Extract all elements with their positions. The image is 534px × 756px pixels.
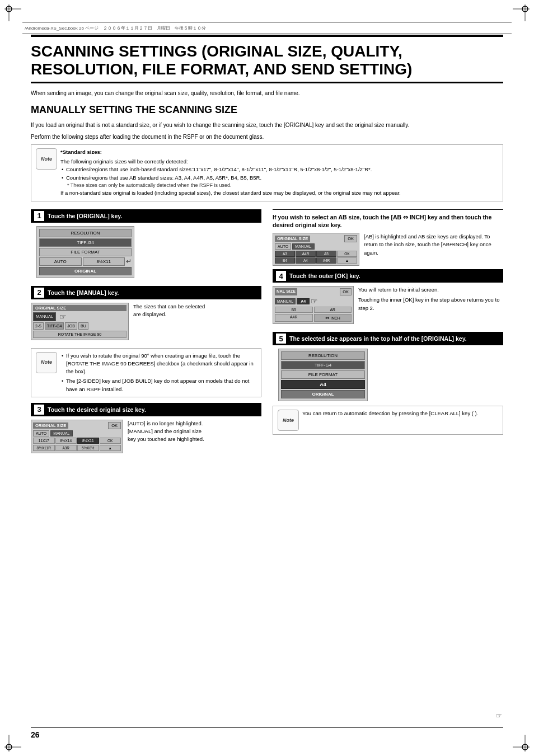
step3-size-arrow: ▲: [100, 445, 121, 451]
note5-box: Note You can return to automatic detecti…: [273, 406, 503, 435]
step3-size-grid2: 8½X11R A3R 5½X8½ ▲: [33, 445, 121, 451]
step2-job: JOB: [65, 322, 77, 330]
corner-mark-tl: [4, 4, 21, 21]
step4-manual: MANUAL: [275, 298, 296, 304]
ab-inch-arrow: ⇔: [325, 315, 330, 321]
step1-tiff: TIFF-G4: [39, 238, 132, 247]
note-bullet-2: Countries/regions that use AB standard s…: [60, 174, 498, 182]
note-icon: Note: [36, 148, 57, 170]
step3-auto: AUTO: [33, 430, 49, 436]
step5-label: The selected size appears in the top hal…: [289, 335, 467, 342]
step2-title-row: ORIGINAL SIZE: [33, 305, 127, 311]
step5-original: ORIGINAL: [281, 390, 365, 398]
step3-desc: [AUTO] is no longer highlighted. [MANUAL…: [128, 420, 206, 444]
step1-original: ORIGINAL: [39, 267, 132, 275]
ab-a4: A4: [296, 257, 316, 264]
step5-header: 5 The selected size appears in the top h…: [273, 332, 503, 345]
two-col-layout: 1 Touch the [ORIGINAL] key. RESOLUTION T…: [31, 209, 503, 461]
step2-tiff-g4: TIFF-G4: [45, 322, 64, 330]
step2-rotate: ROTATE THE IMAGE 90: [33, 331, 127, 338]
step2-label: Touch the [MANUAL] key.: [48, 289, 119, 296]
step1-resolution: RESOLUTION: [39, 229, 132, 237]
step3-auto-manual-row: AUTO MANUAL: [33, 430, 121, 436]
ab-a3: A3: [275, 251, 295, 257]
ab-manual: MANUAL: [292, 243, 314, 250]
step3-size-2: 8½X14: [55, 438, 77, 444]
ab-b4: B4: [275, 257, 295, 264]
note2-content: If you wish to rotate the original 90° w…: [60, 352, 256, 393]
step4-ok: OK: [340, 288, 352, 295]
step5-block: 5 The selected size appears in the top h…: [273, 332, 503, 435]
section-title: MANUALLY SETTING THE SCANNING SIZE: [31, 104, 503, 116]
left-column: 1 Touch the [ORIGINAL] key. RESOLUTION T…: [31, 209, 261, 461]
step4-desc2: Touching the inner [OK] key in the step …: [358, 296, 503, 312]
intro-text: When sending an image, you can change th…: [31, 89, 503, 97]
step3-size-4: 8½X11R: [33, 445, 55, 451]
step2-bu: BU: [78, 322, 88, 330]
step2-sided: 2-S: [33, 322, 44, 330]
ab-screen: ORIGINAL SIZE OK AUTO MANUAL A3 A4R A5: [273, 233, 359, 266]
step2-manual-row: MANUAL ☞: [33, 312, 127, 321]
ab-size-grid1: A3 A4R A5 OK: [275, 251, 357, 257]
step1-auto-row: AUTO 8½X11 ↵: [39, 257, 132, 266]
step4-inch-row: ⇔ INCH: [314, 314, 352, 322]
step4-b5: B5: [275, 307, 313, 313]
step4-desc1: You will return to the initial screen.: [358, 286, 503, 294]
step1-num: 1: [34, 211, 44, 221]
step2-content: ORIGINAL SIZE MANUAL ☞ 2-S TIFF-G4 JOB B…: [31, 303, 261, 340]
ab-title-row: ORIGINAL SIZE OK: [275, 235, 357, 242]
note2-bullet1: If you wish to rotate the original 90° w…: [60, 352, 256, 376]
ab-ok: OK: [337, 251, 357, 257]
ab-a5: A5: [316, 251, 336, 257]
step3-size-5: A3R: [55, 445, 77, 451]
ab-desc: [AB] is highlighted and AB size keys are…: [364, 233, 503, 257]
note-star: * These sizes can only be automatically …: [60, 182, 498, 190]
note-non-standard: If a non-standard size original is loade…: [60, 189, 498, 197]
step4-cursor: ☞: [311, 297, 318, 306]
step4-a4r: A4R: [275, 314, 313, 322]
step3-ok-btn: OK: [108, 422, 121, 429]
step4-ar: AR: [314, 307, 352, 313]
page-number: 26: [31, 730, 40, 739]
step1-label: Touch the [ORIGINAL] key.: [48, 213, 122, 219]
ab-content: ORIGINAL SIZE OK AUTO MANUAL A3 A4R A5: [273, 233, 503, 266]
note-standard-line1: The following originals sizes will be co…: [60, 158, 498, 166]
step4-inch: INCH: [331, 316, 340, 320]
step3-screen: ORIGINAL SIZE OK AUTO MANUAL 11X17 8½X14…: [31, 420, 123, 453]
ab-header: If you wish to select an AB size, touch …: [273, 213, 503, 229]
note5-text: You can return to automatic detection by…: [302, 410, 478, 431]
step5-resolution: RESOLUTION: [281, 351, 365, 360]
note2-bullet2: The [2-SIDED] key and [JOB BUILD] key do…: [60, 377, 256, 393]
step4-header: 4 Touch the outer [OK] key.: [273, 269, 503, 283]
step2-screen: ORIGINAL SIZE MANUAL ☞ 2-S TIFF-G4 JOB B…: [31, 303, 129, 340]
step4-desc-block: You will return to the initial screen. T…: [358, 286, 503, 312]
step2-icon-row: 2-S TIFF-G4 JOB BU: [33, 322, 127, 330]
step3-manual: MANUAL: [50, 430, 72, 436]
ab-ok-btn: OK: [344, 235, 357, 242]
section-intro-2: Perform the following steps after loadin…: [31, 133, 503, 141]
step2-header: 2 Touch the [MANUAL] key.: [31, 286, 261, 299]
step3-title-row: ORIGINAL SIZE OK: [33, 422, 121, 429]
step2-screen-title: ORIGINAL SIZE: [33, 305, 127, 311]
step5-screen: RESOLUTION TIFF-G4 FILE FORMAT A4 ORIGIN…: [278, 349, 368, 401]
step3-num: 3: [34, 405, 44, 415]
corner-mark-br: [513, 735, 530, 752]
header-text: /Andromeda-XS_Sec.book 26 ページ ２００６年１１月２７…: [25, 25, 206, 31]
main-title-block: SCANNING SETTINGS (ORIGINAL SIZE, QUALIT…: [31, 43, 503, 83]
step3-size-ok: OK: [100, 438, 121, 444]
corner-mark-tr: [513, 4, 530, 21]
note-bullet-1: Countries/regions that use inch-based st…: [60, 166, 498, 173]
step4-num: 4: [276, 271, 286, 281]
step3-size-1: 11X17: [33, 438, 55, 444]
step1-size: 8½X11: [83, 257, 125, 266]
ab-arr: ▲: [337, 257, 357, 264]
step3-size-6: 5½X8½: [77, 445, 99, 451]
step5-fileformat: FILE FORMAT: [281, 370, 365, 379]
ab-size-grid2: B4 A4 A4R ▲: [275, 257, 357, 264]
step1-block: 1 Touch the [ORIGINAL] key. RESOLUTION T…: [31, 209, 261, 278]
step4-size-grid: B5 AR A4R ⇔ INCH: [275, 307, 352, 322]
step1-screen: RESOLUTION TIFF-G4 FILE FORMAT AUTO 8½X1…: [36, 226, 134, 278]
header-bar: /Andromeda-XS_Sec.book 26 ページ ２００６年１１月２７…: [22, 22, 512, 34]
step4-title-row: NAL SIZE OK: [275, 288, 352, 295]
note-standard-title: *Standard sizes:: [60, 148, 498, 156]
